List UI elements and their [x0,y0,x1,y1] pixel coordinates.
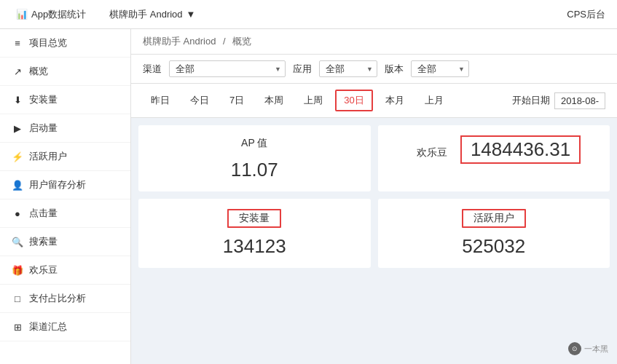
breadcrumb-part2: 概览 [232,36,251,47]
stat-card-ap: AP 值 11.07 [138,125,371,191]
assistant-nav[interactable]: 棋牌助手 Andriod ▼ [105,0,200,28]
date-tab-this-month[interactable]: 本月 [377,90,412,111]
sidebar-label: 启动量 [29,122,58,135]
version-label: 版本 [385,63,404,76]
active-label: 活跃用户 [462,209,526,228]
sidebar-item-active-users[interactable]: ⚡ 活跃用户 [0,143,130,171]
dropdown-icon: ▼ [186,9,196,20]
sidebar-item-retention[interactable]: 👤 用户留存分析 [0,171,130,199]
content-area: 棋牌助手 Andriod / 概览 渠道 全部 应用 全部 版本 全部 [131,29,617,364]
date-row: 昨日 今日 7日 本周 上周 30日 本月 上月 开始日期 2018-08- [131,84,617,118]
date-tab-7days[interactable]: 7日 [221,90,252,111]
ap-label: AP 值 [231,135,278,151]
download-icon: ⬇ [12,95,23,106]
app-stats-label: App数据统计 [31,8,86,21]
ap-value: 11.07 [150,159,359,181]
channel-label: 渠道 [143,63,162,76]
version-select-wrap: 全部 [411,60,469,77]
beans-label: 欢乐豆 [406,145,457,161]
watermark-text: 一本黑 [584,344,608,355]
watermark: ⊙ 一本黑 [568,342,608,355]
sidebar-label: 概览 [29,65,48,78]
date-tab-this-week[interactable]: 本周 [256,90,291,111]
date-tab-last-week[interactable]: 上周 [296,90,331,111]
sidebar-label: 用户留存分析 [29,178,86,191]
start-date-label: 开始日期 [512,94,550,107]
sidebar-item-startups[interactable]: ▶ 启动量 [0,114,130,143]
app-label: 应用 [293,63,312,76]
breadcrumb: 棋牌助手 Andriod / 概览 [131,29,617,55]
stat-card-beans: 欢乐豆 1484436.31 [378,125,610,191]
chart-icon: 📊 [16,9,28,20]
sidebar-label: 欢乐豆 [29,264,58,277]
date-tab-today[interactable]: 今日 [182,90,217,111]
sidebar-label: 安装量 [29,93,58,106]
install-label: 安装量 [227,209,281,228]
beans-value: 1484436.31 [460,135,581,164]
date-tab-yesterday[interactable]: 昨日 [143,90,178,111]
search-icon: 🔍 [12,237,23,248]
breadcrumb-sep: / [223,36,226,47]
watermark-icon: ⊙ [568,342,581,355]
trend-icon: ↗ [12,66,23,77]
cps-label: CPS后台 [567,9,605,20]
sidebar-label: 渠道汇总 [29,320,67,333]
install-value: 134123 [150,235,359,258]
app-stats-nav[interactable]: 📊 App数据统计 [12,0,90,28]
sidebar-item-channel[interactable]: ⊞ 渠道汇总 [0,313,130,341]
gift-icon: 🎁 [12,265,23,276]
main-layout: ≡ 项目总览 ↗ 概览 ⬇ 安装量 ▶ 启动量 ⚡ 活跃用户 👤 用户留存分析 … [0,29,617,364]
channel-select-wrap: 全部 [169,60,286,77]
assistant-label: 棋牌助手 Andriod [109,8,182,21]
play-icon: ▶ [12,123,23,134]
app-select[interactable]: 全部 [319,60,377,77]
sidebar-label: 活跃用户 [29,150,67,163]
menu-icon: ≡ [12,38,23,49]
date-tab-last-month[interactable]: 上月 [417,90,452,111]
bolt-icon: ⚡ [12,151,23,162]
sidebar-item-payment[interactable]: □ 支付占比分析 [0,285,130,313]
version-select[interactable]: 全部 [411,60,469,77]
channel-select[interactable]: 全部 [169,60,286,77]
circle-icon: ● [12,208,23,219]
stats-grid: AP 值 11.07 欢乐豆 1484436.31 安装量 134123 活跃用… [131,118,617,275]
sidebar-item-project-overview[interactable]: ≡ 项目总览 [0,29,130,58]
stat-card-active: 活跃用户 525032 [378,199,610,268]
active-value: 525032 [390,235,599,258]
sidebar-item-clicks[interactable]: ● 点击量 [0,199,130,228]
sidebar-item-installs[interactable]: ⬇ 安装量 [0,86,130,114]
sidebar-label: 支付占比分析 [29,292,86,305]
top-nav: 📊 App数据统计 棋牌助手 Andriod ▼ CPS后台 [0,0,617,29]
start-date-value[interactable]: 2018-08- [554,92,605,109]
payment-icon: □ [12,293,23,304]
sidebar: ≡ 项目总览 ↗ 概览 ⬇ 安装量 ▶ 启动量 ⚡ 活跃用户 👤 用户留存分析 … [0,29,131,364]
app-select-wrap: 全部 [319,60,377,77]
sidebar-label: 点击量 [29,207,58,220]
cps-nav[interactable]: CPS后台 [567,8,605,21]
grid-icon: ⊞ [12,322,23,333]
stat-card-install: 安装量 134123 [138,199,371,268]
sidebar-item-overview[interactable]: ↗ 概览 [0,58,130,86]
breadcrumb-part1: 棋牌助手 Andriod [143,36,216,47]
date-tab-30days[interactable]: 30日 [335,90,372,111]
sidebar-label: 搜索量 [29,235,58,248]
sidebar-item-beans[interactable]: 🎁 欢乐豆 [0,256,130,285]
sidebar-label: 项目总览 [29,36,67,50]
sidebar-item-search[interactable]: 🔍 搜索量 [0,228,130,256]
filter-row: 渠道 全部 应用 全部 版本 全部 [131,55,617,84]
user-icon: 👤 [12,180,23,191]
